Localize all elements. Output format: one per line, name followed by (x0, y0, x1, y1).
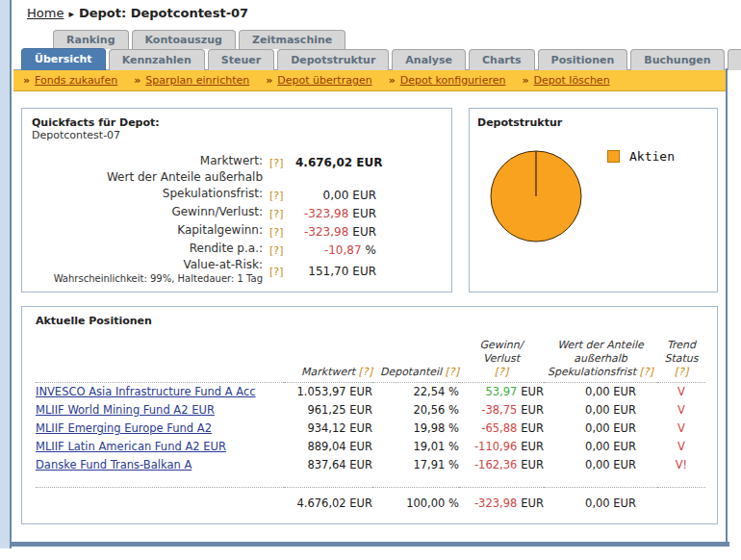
tab-analyse[interactable]: Analyse (392, 49, 466, 70)
total-wert-anteile: 0,00 EUR (544, 488, 657, 513)
quickfact-row-kapitalgewinn: Kapitalgewinn: [?] -323,98EUR (24, 220, 449, 239)
cell-depotanteil: 19,01 % (372, 438, 459, 456)
depotstruktur-title: Depotstruktur (477, 116, 709, 129)
quickfact-value: 0,00EUR (295, 189, 376, 202)
quickfact-label: Kapitalgewinn: (24, 222, 263, 239)
depot-action-bar: »Fonds zukaufen »Sparplan einrichten »De… (13, 69, 726, 91)
cell-depotanteil: 19,98 % (372, 420, 459, 438)
action-sparplan-einrichten: »Sparplan einrichten (134, 74, 249, 87)
tab-kennzahlen[interactable]: Kennzahlen (109, 49, 205, 70)
help-icon[interactable]: [?] (359, 366, 372, 378)
quickfact-value: 151,70EUR (295, 265, 376, 278)
tab-buchungen[interactable]: Buchungen (630, 49, 724, 70)
quickfacts-title: Quickfacts für Depot: (24, 116, 449, 129)
portfolio-overview-page: { "colors": { "accent_bar": "#fcc63d", "… (0, 0, 741, 560)
breadcrumb: Home▸Depot: Depotcontest-07 (27, 6, 248, 20)
tab-zeitmaschine[interactable]: Zeitmaschine (239, 30, 345, 49)
cell-marktwert: 889,04 EUR (284, 438, 372, 456)
help-icon[interactable]: [?] (459, 366, 544, 379)
value-at-risk-note: Wahrscheinlichkeit: 99%, Haltedauer: 1 T… (24, 273, 263, 285)
cell-wert-anteile: 0,00 EUR (544, 420, 657, 438)
help-icon[interactable]: [?] (269, 190, 283, 202)
help-icon[interactable]: [?] (269, 208, 283, 220)
cell-gewinn-verlust: -110,96EUR (459, 438, 544, 456)
help-icon[interactable]: [?] (269, 266, 283, 278)
action-depot-loeschen-link[interactable]: Depot löschen (534, 74, 610, 87)
cell-wert-anteile: 0,00 EUR (544, 401, 657, 420)
total-marktwert: 4.676,02 EUR (284, 488, 372, 513)
positions-panel: Aktuelle Positionen Marktwert [?] Depota… (21, 306, 718, 524)
depotstruktur-panel: Depotstruktur Aktien (469, 108, 718, 293)
tab-positionen[interactable]: Positionen (538, 49, 628, 70)
quickfact-label: Marktwert: (24, 153, 263, 169)
action-arrow-icon: » (389, 74, 396, 87)
cell-gewinn-verlust: 53,97EUR (459, 383, 544, 401)
fund-link[interactable]: INVESCO Asia Infrastructure Fund A Acc (36, 385, 256, 398)
tab-steuer[interactable]: Steuer (208, 49, 274, 70)
tab-uebersicht[interactable]: Übersicht (21, 48, 106, 70)
action-depot-konfigurieren-link[interactable]: Depot konfigurieren (400, 74, 506, 87)
action-fonds-zukaufen: »Fonds zukaufen (23, 74, 117, 87)
tab-depotstruktur[interactable]: Depotstruktur (277, 49, 389, 70)
action-sparplan-einrichten-link[interactable]: Sparplan einrichten (145, 74, 249, 87)
cell-wert-anteile: 0,00 EUR (544, 456, 657, 474)
cell-wert-anteile: 0,00 EUR (544, 383, 657, 401)
tab-sparplaene[interactable]: Sparpläne (728, 49, 741, 70)
page-left-frame (0, 0, 12, 548)
breadcrumb-home-link[interactable]: Home (27, 6, 64, 20)
tab-row-main: Übersicht Kennzahlen Steuer Depotstruktu… (21, 48, 741, 70)
total-gewinn-verlust: -323,98EUR (459, 488, 544, 513)
cell-depotanteil: 17,91 % (372, 456, 459, 474)
column-header-gewinn-verlust: Gewinn/Verlust[?] (459, 339, 544, 383)
quickfact-label: Gewinn/Verlust: (24, 204, 263, 220)
trend-status-badge: V (657, 438, 705, 456)
column-header-trend-status: TrendStatus[?] (657, 339, 705, 383)
help-icon[interactable]: [?] (639, 366, 652, 378)
column-header-wert-anteile: Wert der AnteileaußerhalbSpekulationsfri… (544, 339, 657, 383)
page-right-frame (726, 68, 728, 542)
help-icon[interactable]: [?] (269, 157, 283, 169)
trend-status-badge: V (657, 383, 705, 401)
cell-gewinn-verlust: -65,88EUR (459, 420, 544, 438)
quickfact-row-rendite: Rendite p.a.: [?] -10,87% (24, 239, 449, 257)
legend-color-aktien (607, 150, 620, 163)
page-bottom-frame (12, 542, 729, 547)
column-header-marktwert: Marktwert [?] (284, 339, 372, 383)
fund-link[interactable]: MLIIF Emerging Europe Fund A2 (36, 421, 212, 435)
cell-marktwert: 934,12 EUR (284, 420, 372, 438)
action-depot-uebertragen: »Depot übertragen (266, 74, 371, 87)
help-icon[interactable]: [?] (446, 366, 459, 378)
positions-header-row: Marktwert [?] Depotanteil [?] Gewinn/Ver… (36, 339, 705, 383)
position-row: MLIIF World Mining Fund A2 EUR 961,25 EU… (36, 401, 705, 420)
trend-status-badge: V (657, 401, 705, 420)
positions-table: Marktwert [?] Depotanteil [?] Gewinn/Ver… (36, 339, 705, 512)
action-arrow-icon: » (266, 74, 272, 87)
action-fonds-zukaufen-link[interactable]: Fonds zukaufen (35, 74, 117, 87)
tab-row-secondary: Ranking Kontoauszug Zeitmaschine (53, 30, 345, 49)
position-row: INVESCO Asia Infrastructure Fund A Acc 1… (36, 383, 705, 401)
table-separator (36, 474, 705, 488)
help-icon[interactable]: [?] (657, 366, 705, 379)
action-depot-uebertragen-link[interactable]: Depot übertragen (277, 74, 371, 87)
positions-total-row: 4.676,02 EUR 100,00 % -323,98EUR 0,00 EU… (36, 488, 705, 513)
action-arrow-icon: » (134, 74, 141, 87)
trend-status-badge: V (657, 420, 705, 438)
action-arrow-icon: » (23, 74, 30, 87)
action-depot-konfigurieren: »Depot konfigurieren (389, 74, 506, 87)
help-icon[interactable]: [?] (269, 226, 283, 239)
fund-link[interactable]: Danske Fund Trans-Balkan A (36, 458, 192, 471)
tab-charts[interactable]: Charts (469, 49, 535, 70)
tab-kontoauszug[interactable]: Kontoauszug (132, 30, 236, 49)
quickfact-label: Value-at-Risk: Wahrscheinlichkeit: 99%, … (24, 257, 263, 285)
tab-ranking[interactable]: Ranking (53, 30, 129, 49)
quickfact-label: Rendite p.a.: (24, 241, 263, 257)
quickfact-row-marktwert: Marktwert: [?] 4.676,02EUR (24, 151, 449, 169)
quickfacts-rows: Marktwert: [?] 4.676,02EUR Wert der Ante… (24, 151, 449, 285)
fund-link[interactable]: MLIIF World Mining Fund A2 EUR (36, 403, 215, 417)
position-row: MLIIF Latin American Fund A2 EUR 889,04 … (36, 438, 705, 456)
help-icon[interactable]: [?] (269, 244, 283, 257)
fund-link[interactable]: MLIIF Latin American Fund A2 EUR (36, 440, 226, 453)
cell-gewinn-verlust: -162,36EUR (459, 456, 544, 474)
cell-depotanteil: 22,54 % (372, 383, 459, 401)
pie-legend: Aktien (607, 149, 675, 164)
